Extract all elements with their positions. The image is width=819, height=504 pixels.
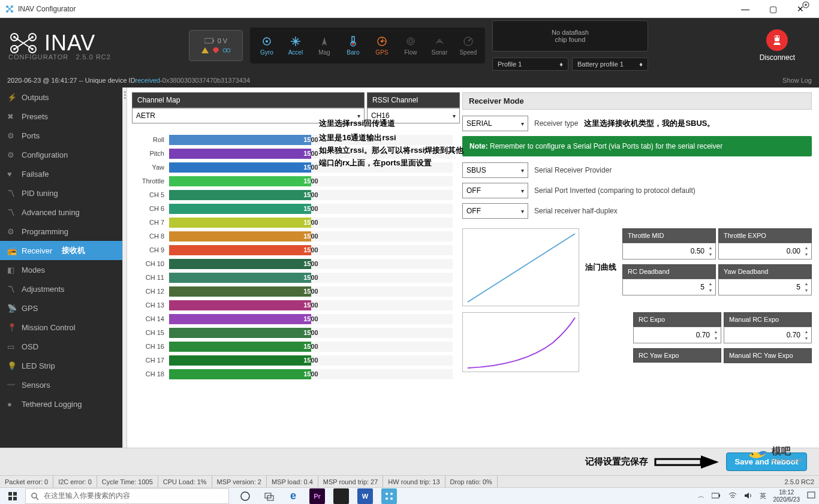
status-packet-error: Packet error: 0 (0, 476, 53, 487)
serial-halfduplex-select[interactable]: OFF (462, 203, 528, 219)
tray-volume-icon[interactable] (744, 492, 752, 500)
wps-icon[interactable]: W (357, 488, 373, 504)
channel-label: CH 11 (132, 274, 169, 281)
rc-expo-input[interactable]: 0.70▲▼ (633, 327, 721, 343)
tray-clock[interactable]: 18:122020/6/23 (773, 489, 800, 503)
channel-map-header: Channel Map (132, 92, 365, 108)
manual-rc-yaw-expo-label: Manual RC Yaw Expo (724, 348, 812, 363)
app-icon-dark[interactable] (333, 488, 349, 504)
tray-notifications-icon[interactable] (807, 491, 815, 501)
throttle-expo-label: Throttle EXPO (718, 228, 812, 243)
sidebar-item-advanced-tuning[interactable]: 〽Advanced tuning (0, 203, 122, 222)
svg-point-49 (751, 454, 753, 455)
channel-row: CH 131500 (132, 298, 460, 312)
serial-port-note: Note: Remember to configure a Serial Por… (462, 136, 812, 156)
svg-rect-32 (655, 459, 701, 465)
svg-rect-35 (8, 497, 12, 500)
throttle-expo-input[interactable]: 0.00▲▼ (718, 243, 812, 259)
channel-row: CH 111500 (132, 271, 460, 284)
channel-row: Throttle1500 (132, 174, 460, 188)
throttle-mid-input[interactable]: 0.50▲▼ (622, 243, 716, 259)
sidebar-item-label: GPS (22, 304, 38, 313)
sensor-flow: Flow (396, 30, 425, 61)
yaw-deadband-label: Yaw Deadband (718, 264, 812, 279)
tray-ime[interactable]: 英 (760, 491, 766, 500)
show-log-link[interactable]: Show Log (782, 77, 812, 84)
sidebar-item-tethered-logging[interactable]: ●Tethered Logging (0, 394, 122, 414)
annotation-rssi-top: 这里选择rssi回传通道 (319, 117, 395, 130)
settings-gear-icon[interactable] (801, 0, 811, 12)
task-view-icon[interactable] (261, 488, 277, 504)
splitter-handle[interactable] (122, 87, 127, 448)
svg-point-30 (805, 4, 807, 6)
rssi-channel-header: RSSI Channel (367, 92, 460, 108)
receiver-type-select[interactable]: SERIAL (462, 116, 528, 131)
sidebar-icon: ✖ (7, 112, 16, 120)
sidebar-item-programming[interactable]: ⚙Programming (0, 222, 122, 241)
svg-rect-36 (13, 497, 17, 500)
sidebar-item-mission-control[interactable]: 📍Mission Control (0, 318, 122, 337)
serial-provider-label: Serial Receiver Provider (534, 166, 612, 174)
channel-row: CH 91500 (132, 243, 460, 256)
channel-bar: 1500 (169, 204, 453, 214)
channel-label: CH 13 (132, 301, 169, 309)
svg-rect-28 (778, 36, 779, 38)
status-cycle-time: Cycle Time: 1005 (97, 476, 158, 487)
sidebar-item-presets[interactable]: ✖Presets (0, 107, 122, 126)
edge-icon[interactable]: e (285, 488, 301, 504)
sidebar-item-ports[interactable]: ⚙Ports (0, 126, 122, 145)
minimize-button[interactable]: — (731, 0, 759, 18)
sidebar-item-configuration[interactable]: ⚙Configuration (0, 145, 122, 164)
cortana-icon[interactable] (237, 488, 253, 504)
sensor-gyro: Gyro (252, 30, 281, 61)
sidebar-icon: ● (7, 400, 16, 408)
sidebar-item-sensors[interactable]: 〰Sensors (0, 375, 122, 394)
sidebar-item-outputs[interactable]: ⚡Outputs (0, 87, 122, 107)
yaw-deadband-input[interactable]: 5▲▼ (718, 279, 812, 295)
channel-label: CH 12 (132, 288, 169, 295)
sidebar-item-pid-tuning[interactable]: 〽PID tuning (0, 183, 122, 203)
channel-bar: 1500 (169, 286, 453, 297)
battery-profile-select[interactable]: Battery profile 1♦ (572, 58, 648, 71)
channel-bar: 1500 (169, 190, 453, 200)
profile-select[interactable]: Profile 1♦ (492, 58, 568, 71)
channel-label: Pitch (132, 150, 169, 157)
channel-bar: 1500 (169, 273, 453, 283)
tray-wifi-icon[interactable] (728, 492, 737, 500)
channel-bar: 1500 (169, 231, 453, 242)
sidebar-item-led-strip[interactable]: 💡LED Strip (0, 356, 122, 375)
status-drop-ratio: Drop ratio: 0% (445, 476, 498, 487)
rc-deadband-input[interactable]: 5▲▼ (622, 279, 716, 295)
svg-point-24 (409, 40, 412, 43)
sidebar-item-receiver[interactable]: 📻Receiver接收机 (0, 241, 122, 260)
channel-bar: 1500 (169, 259, 453, 269)
channel-label: Roll (132, 136, 169, 143)
start-button[interactable] (4, 488, 22, 505)
tray-chevron-icon[interactable]: ︿ (698, 491, 704, 500)
sidebar-item-failsafe[interactable]: ♥Failsafe (0, 164, 122, 183)
sidebar-item-gps[interactable]: 📡GPS (0, 298, 122, 318)
svg-point-8 (13, 36, 16, 38)
serial-provider-select[interactable]: SBUS (462, 162, 528, 178)
maximize-button[interactable]: ▢ (759, 0, 787, 18)
inav-taskbar-icon[interactable] (381, 488, 397, 504)
sidebar-icon: 📍 (7, 323, 16, 331)
taskbar-search[interactable]: 在这里输入你要搜索的内容 (25, 488, 229, 504)
disconnect-button[interactable]: Disconnect (760, 29, 795, 62)
svg-point-17 (266, 40, 268, 43)
serial-inverted-select[interactable]: OFF (462, 183, 528, 198)
sidebar-item-adjustments[interactable]: 〽Adjustments (0, 279, 122, 298)
windows-taskbar: 在这里输入你要搜索的内容 e Pr W ︿ 英 18:122020/6/23 (0, 487, 819, 504)
serial-halfduplex-label: Serial receiver half-duplex (534, 207, 618, 215)
sidebar-item-osd[interactable]: ▭OSD (0, 337, 122, 356)
channel-row: CH 141500 (132, 312, 460, 325)
manual-rc-expo-input[interactable]: 0.70▲▼ (724, 327, 812, 343)
sidebar-item-modes[interactable]: ◧Modes (0, 260, 122, 279)
tray-battery-icon[interactable] (712, 493, 721, 500)
channel-label: CH 8 (132, 233, 169, 240)
sensor-bar: Gyro Accel Mag Baro GPS Flow Sonar Speed (250, 28, 485, 64)
sidebar-icon: ♥ (7, 170, 16, 178)
premiere-icon[interactable]: Pr (309, 488, 325, 504)
app-icon (5, 4, 14, 14)
footer-bar: 记得设置完保存 Save and Reboot (0, 448, 819, 475)
